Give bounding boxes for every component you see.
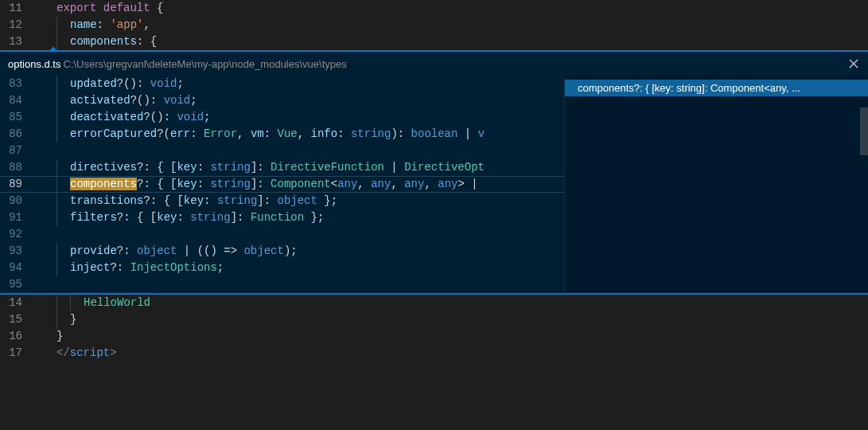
code-line[interactable]: 95 xyxy=(0,276,564,293)
peek-header: options.d.ts C:\Users\gregvanl\deleteMe\… xyxy=(0,52,868,76)
line-number: 91 xyxy=(0,209,43,226)
code-line[interactable]: 12name: 'app', xyxy=(0,17,868,33)
line-number: 14 xyxy=(0,295,43,311)
line-number: 85 xyxy=(0,109,43,126)
code-line[interactable]: 91filters?: { [key: string]: Function }; xyxy=(0,209,564,226)
code-line[interactable]: 90transitions?: { [key: string]: object … xyxy=(0,193,564,209)
code-line[interactable]: 85deactivated?(): void; xyxy=(0,109,564,126)
code-line[interactable]: 88directives?: { [key: string]: Directiv… xyxy=(0,159,564,176)
code-line[interactable]: 86errorCaptured?(err: Error, vm: Vue, in… xyxy=(0,126,564,143)
line-number: 84 xyxy=(0,92,43,109)
code-line[interactable]: 87 xyxy=(0,143,564,159)
code-line[interactable]: 92 xyxy=(0,226,564,243)
line-number: 93 xyxy=(0,243,43,260)
peek-filepath: C:\Users\gregvanl\deleteMe\my-app\node_m… xyxy=(64,58,347,70)
line-number: 15 xyxy=(0,311,43,328)
editor-top-lines[interactable]: 11export default {12name: 'app',13compon… xyxy=(0,0,868,50)
line-number: 86 xyxy=(0,126,43,143)
line-number: 87 xyxy=(0,143,43,159)
code-line[interactable]: 13components: { xyxy=(0,33,868,50)
code-line[interactable]: 83updated?(): void; xyxy=(0,76,564,92)
peek-code[interactable]: 83updated?(): void;84activated?(): void;… xyxy=(0,76,564,293)
peek-body: 83updated?(): void;84activated?(): void;… xyxy=(0,76,868,293)
scrollbar[interactable] xyxy=(860,76,868,293)
line-number: 12 xyxy=(0,17,43,33)
code-line[interactable]: 84activated?(): void; xyxy=(0,92,564,109)
line-number: 95 xyxy=(0,276,43,293)
code-line[interactable]: 16} xyxy=(0,328,868,345)
line-number: 94 xyxy=(0,260,43,276)
code-line[interactable]: 94inject?: InjectOptions; xyxy=(0,260,564,276)
code-line[interactable]: 15} xyxy=(0,311,868,328)
code-line[interactable]: 11export default { xyxy=(0,0,868,17)
line-number: 92 xyxy=(0,226,43,243)
peek-references-panel: components?: { [key: string]: Component<… xyxy=(565,76,868,293)
line-number: 17 xyxy=(0,345,43,362)
line-number: 90 xyxy=(0,193,43,209)
line-number: 89 xyxy=(0,176,43,193)
reference-item[interactable]: components?: { [key: string]: Component<… xyxy=(565,80,868,96)
peek-view: options.d.ts C:\Users\gregvanl\deleteMe\… xyxy=(0,50,868,295)
line-number: 16 xyxy=(0,328,43,345)
code-line[interactable]: 93provide?: object | (() => object); xyxy=(0,243,564,260)
line-number: 11 xyxy=(0,0,43,17)
code-line[interactable]: 89components?: { [key: string]: Componen… xyxy=(0,176,564,193)
code-line[interactable]: 14HelloWorld xyxy=(0,295,868,311)
line-number: 83 xyxy=(0,76,43,92)
scrollbar[interactable] xyxy=(556,76,564,293)
peek-filename: options.d.ts xyxy=(8,58,61,70)
code-line[interactable]: 17</script> xyxy=(0,345,868,362)
close-icon[interactable] xyxy=(847,57,860,70)
line-number: 88 xyxy=(0,159,43,176)
editor-bottom-lines[interactable]: 14HelloWorld15}16}17</script> xyxy=(0,295,868,362)
line-number: 13 xyxy=(0,33,43,50)
